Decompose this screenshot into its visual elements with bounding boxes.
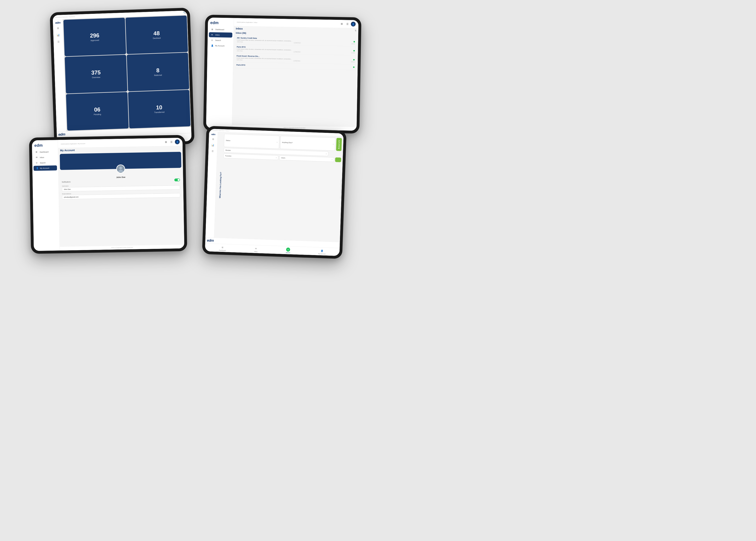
inbox-date-0: 11/08/2022 (294, 42, 301, 44)
account-banner (60, 152, 181, 170)
card-declined[interactable]: 48 Declined (125, 16, 188, 54)
sidebar-dashboard-label: Dashboard (40, 151, 49, 153)
top-bar-actions: ⊞ ☰ 👤 (340, 21, 356, 26)
page-title: Inbox (236, 27, 243, 30)
top-bar-actions: ⊞ ☰ 👤 (163, 140, 179, 145)
sidebar-item-search[interactable]: ⊙ Search (209, 38, 232, 43)
card-referred-number: 8 (156, 68, 159, 73)
svg-point-0 (119, 167, 122, 170)
inbox-main: Authorizations Application / Inbox ⊞ ☰ 👤… (232, 18, 359, 131)
unread-dot-0 (354, 41, 355, 43)
sidebar: edm ⊞ Dashboard ✉ Inbox ⊙ Search 👤 My Ac… (206, 17, 234, 129)
sidebar-account-label: My Account (40, 167, 50, 169)
nav-icon-3[interactable]: ☰ (210, 149, 215, 154)
nav-icon-2[interactable]: 📊 (210, 143, 215, 148)
search-nav-icon: ⊙ (286, 248, 290, 252)
filter-icon[interactable]: ⇅ (355, 29, 357, 32)
search-button[interactable]: Search (336, 138, 342, 151)
breadcrumb: Authorizations Application / Inbox (237, 21, 257, 23)
inbox-item-title-3: Parts BYO (236, 64, 355, 68)
grid-icon[interactable]: ⊞ (340, 22, 344, 26)
sidebar-item-dashboard[interactable]: ⊞ Dashboard (209, 27, 232, 32)
sidebar-inbox-label: Inbox (40, 156, 44, 158)
card-pending-number: 06 (94, 107, 101, 113)
notifications-toggle[interactable] (174, 179, 180, 181)
avatar-image: 👤 (352, 23, 355, 25)
chevron-icon-4: › (276, 157, 277, 159)
search-icon[interactable]: 🔍 (183, 12, 186, 14)
sidebar-item-dashboard[interactable]: ⊞ Dashboard (33, 149, 57, 155)
sidebar-search-label: Search (215, 39, 221, 41)
inbox-time-1: 11:06 (351, 52, 355, 54)
sidebar-item-account[interactable]: 👤 My Account (33, 165, 57, 171)
sidebar-item-account[interactable]: 👤 My Account (209, 43, 232, 49)
card-declined-label: Declined (153, 37, 160, 39)
card-approved[interactable]: 296 Approved (64, 18, 126, 56)
users-dropdown[interactable]: Users › (279, 156, 334, 162)
avatar[interactable]: 👤 (175, 140, 179, 144)
unread-dot-1 (354, 50, 355, 52)
function-label: Function (225, 155, 231, 157)
nav-icon-chart[interactable]: 📊 (55, 32, 61, 38)
dashboard-icon: ⊞ (220, 245, 225, 250)
sidebar-account-label: My Account (215, 45, 224, 47)
card-referred-label: Referred (154, 74, 162, 76)
grid-icon[interactable]: ⊞ (163, 140, 168, 144)
sidebar-item-inbox[interactable]: ✉ Inbox (209, 32, 232, 38)
logo: edm (211, 133, 215, 136)
avatar[interactable]: 👤 (351, 22, 356, 26)
logo: edm (32, 140, 58, 149)
nav-search[interactable]: ⊙ Search (286, 248, 290, 254)
nav-inbox[interactable]: ✉ Inbox (254, 247, 258, 253)
logo-bottom: edm (58, 132, 65, 137)
status-label: Status (226, 140, 230, 142)
card-overview-number: 375 (91, 70, 101, 76)
sidebar-item-search[interactable]: ⊙ Search (33, 160, 57, 165)
inbox-time-2: 09:14 (351, 61, 355, 63)
account-icon: 👤 (36, 167, 39, 169)
account-icon: 👤 (211, 45, 214, 47)
inbox-time-0: 14:22 (352, 43, 355, 45)
nav-icon-dashboard[interactable]: ⊞ (55, 25, 61, 31)
card-declined-number: 48 (153, 30, 160, 36)
inbox-icon: ✉ (211, 34, 214, 36)
dashboard-icon: ⊞ (36, 151, 38, 153)
nav-account[interactable]: 👤 My Account (318, 249, 326, 255)
nav-icon-1[interactable]: ⊞ (211, 137, 216, 142)
sidebar-dashboard-label: Dashboard (215, 28, 224, 31)
card-referred[interactable]: 8 Referred (126, 53, 189, 91)
account-sidebar: edm ⊞ Dashboard ✉ Inbox ⊙ Search 👤 My Ac… (32, 140, 60, 251)
module-label: Module (225, 150, 231, 152)
nav-dashboard[interactable]: ⊞ Dashboard (219, 245, 226, 251)
nav-account-label: My Account (318, 253, 325, 255)
logo: edm (208, 17, 234, 27)
card-pending-label: Pending (94, 113, 101, 116)
card-transferred-number: 10 (156, 105, 162, 110)
anythingelse-dropdown[interactable]: Anything Else? › (280, 136, 336, 151)
status-dropdown[interactable]: Status › (224, 134, 280, 149)
users-label: Users (281, 157, 285, 159)
card-overview[interactable]: 375 Overview (65, 55, 127, 94)
tablet-dashboard: Authorizations Application / Dashboard 🔍… (50, 8, 194, 149)
card-transferred[interactable]: 10 Transferred (128, 90, 191, 129)
tablet-account: edm ⊞ Dashboard ✉ Inbox ⊙ Search 👤 My Ac… (29, 135, 187, 254)
breadcrumb: Authorizations Application / My Account (61, 143, 85, 145)
unread-dot-3 (353, 67, 355, 68)
search-icon: ⊙ (36, 162, 39, 164)
function-dropdown[interactable]: Function › (223, 154, 279, 160)
nav-search-label: Search (286, 252, 290, 254)
sidebar-item-inbox[interactable]: ✉ Inbox (33, 155, 57, 160)
menu-icon[interactable]: ☰ (169, 140, 173, 144)
logo: edm (55, 21, 60, 24)
chevron-icon-2: › (333, 143, 334, 145)
search-vertical-label: What Are You Looking For? (219, 172, 222, 198)
menu-icon[interactable]: ☰ (345, 22, 350, 26)
inbox-sender-0: John Doe (237, 41, 243, 43)
notifications-label: Notifications (62, 181, 71, 183)
inbox-sender-1: John Doe (237, 50, 243, 52)
dashboard-icon: ⊞ (211, 28, 214, 30)
card-overview-label: Overview (92, 76, 100, 79)
nav-icon-list[interactable]: ☰ (56, 39, 62, 45)
account-avatar (116, 165, 125, 174)
card-pending[interactable]: 06 Pending (66, 92, 129, 131)
